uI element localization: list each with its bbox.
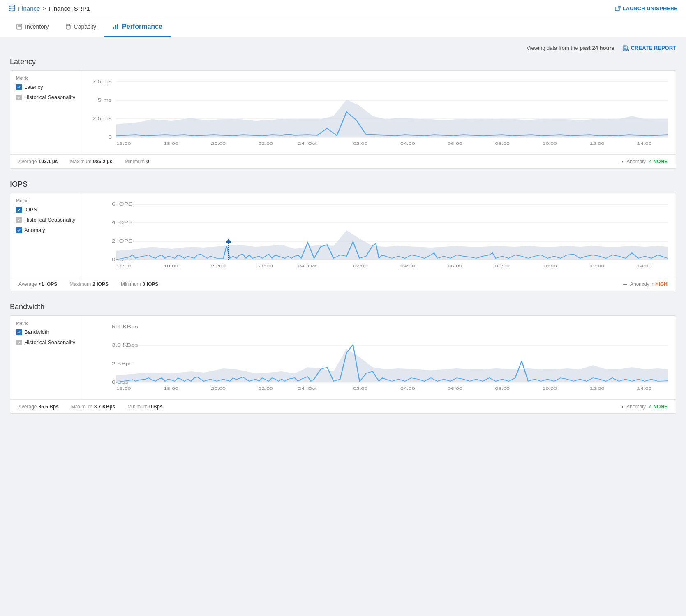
svg-text:10:00: 10:00	[543, 141, 557, 146]
svg-text:14:00: 14:00	[637, 387, 652, 391]
iops-metric-iops-label: IOPS	[24, 206, 37, 213]
breadcrumb-separator: >	[42, 5, 46, 12]
latency-maximum-val: 986.2 µs	[93, 159, 112, 164]
bandwidth-historical-checkbox[interactable]	[16, 340, 22, 345]
latency-metric-latency[interactable]: Latency	[16, 84, 76, 90]
svg-text:06:00: 06:00	[448, 264, 462, 269]
bandwidth-metric-historical[interactable]: Historical Seasonality	[16, 339, 76, 345]
latency-title: Latency	[10, 58, 676, 66]
create-report-label: CREATE REPORT	[631, 45, 676, 51]
tab-performance-label: Performance	[122, 23, 162, 30]
svg-text:02:00: 02:00	[353, 141, 368, 146]
iops-metric-anomaly-label: Anomaly	[24, 227, 45, 233]
svg-text:14:00: 14:00	[637, 141, 652, 146]
bandwidth-anomaly-val: ✓ NONE	[648, 404, 668, 410]
tab-capacity-label: Capacity	[74, 23, 96, 30]
toolbar-row: Viewing data from the past 24 hours CREA…	[10, 45, 676, 51]
viewing-text: Viewing data from the past 24 hours	[527, 45, 614, 51]
svg-text:16:00: 16:00	[116, 264, 131, 269]
bandwidth-chart-card: Metric Bandwidth Historical Seasonality	[10, 315, 676, 414]
svg-text:06:00: 06:00	[448, 141, 462, 146]
svg-text:0: 0	[108, 135, 112, 139]
svg-text:16:00: 16:00	[116, 387, 131, 391]
tab-inventory[interactable]: Inventory	[8, 17, 57, 37]
iops-metric-historical-label: Historical Seasonality	[24, 217, 75, 223]
bandwidth-average-val: 85.6 Bps	[38, 404, 58, 410]
tab-capacity[interactable]: Capacity	[57, 17, 104, 37]
svg-text:18:00: 18:00	[164, 387, 178, 391]
breadcrumb-parent[interactable]: Finance	[18, 5, 40, 12]
latency-section: Latency Metric Latency Histori	[10, 58, 676, 169]
iops-historical-checkbox[interactable]	[16, 217, 22, 223]
latency-checkbox[interactable]	[16, 84, 22, 90]
bandwidth-minimum-stat: Minimum 0 Bps	[127, 404, 162, 410]
bandwidth-checkbox[interactable]	[16, 329, 22, 335]
launch-unisphere-button[interactable]: LAUNCH UNISPHERE	[615, 5, 678, 12]
svg-text:04:00: 04:00	[400, 141, 415, 146]
main-content: Viewing data from the past 24 hours CREA…	[0, 37, 686, 433]
svg-text:04:00: 04:00	[400, 264, 415, 269]
latency-chart-card: Metric Latency Historical Seasonality	[10, 70, 676, 169]
iops-anomaly-label: Anomaly	[630, 281, 649, 287]
bandwidth-minimum-val: 0 Bps	[149, 404, 163, 410]
iops-checkbox[interactable]	[16, 207, 22, 213]
iops-minimum-label: Minimum	[121, 281, 141, 287]
svg-text:12:00: 12:00	[590, 387, 605, 391]
svg-point-6	[66, 24, 70, 26]
svg-text:12:00: 12:00	[590, 141, 605, 146]
iops-average-stat: Average <1 IOPS	[18, 281, 57, 287]
tabs-bar: Inventory Capacity Performance	[0, 17, 686, 37]
database-icon	[8, 4, 16, 13]
latency-metric-historical[interactable]: Historical Seasonality	[16, 94, 76, 100]
bandwidth-metric-bandwidth[interactable]: Bandwidth	[16, 329, 76, 335]
svg-point-60	[226, 240, 231, 243]
iops-metric-historical[interactable]: Historical Seasonality	[16, 217, 76, 223]
bandwidth-metrics-panel: Metric Bandwidth Historical Seasonality	[10, 316, 82, 399]
historical-seasonality-checkbox[interactable]	[16, 95, 22, 100]
tab-performance[interactable]: Performance	[104, 17, 171, 37]
iops-anomaly-checkbox[interactable]	[16, 227, 22, 233]
iops-chart-footer: Average <1 IOPS Maximum 2 IOPS Minimum 0…	[10, 277, 676, 291]
viewing-timeframe: past 24 hours	[580, 45, 614, 51]
iops-anomaly-section: → Anomaly ↑ HIGH	[622, 280, 668, 287]
svg-text:08:00: 08:00	[495, 387, 510, 391]
bandwidth-average-label: Average	[18, 404, 37, 410]
bandwidth-anomaly-arrow: →	[618, 403, 624, 410]
svg-text:18:00: 18:00	[164, 264, 178, 269]
svg-text:22:00: 22:00	[259, 264, 273, 269]
bandwidth-metric-col-label: Metric	[16, 321, 76, 326]
svg-marker-37	[116, 100, 668, 137]
svg-text:22:00: 22:00	[259, 387, 273, 391]
bandwidth-average-stat: Average 85.6 Bps	[18, 404, 59, 410]
bandwidth-maximum-stat: Maximum 3.7 KBps	[71, 404, 115, 410]
latency-anomaly-arrow: →	[618, 158, 624, 165]
latency-metric-historical-label: Historical Seasonality	[24, 94, 75, 100]
iops-average-val: <1 IOPS	[38, 281, 57, 287]
iops-metric-iops[interactable]: IOPS	[16, 206, 76, 213]
iops-minimum-stat: Minimum 0 IOPS	[121, 281, 158, 287]
bandwidth-chart-svg: 5.9 KBps 3.9 KBps 2 KBps 0 Bps 16:00 18:…	[87, 320, 671, 398]
svg-text:12:00: 12:00	[590, 264, 605, 269]
iops-metrics-panel: Metric IOPS Historical Seasonality	[10, 193, 82, 277]
latency-minimum-label: Minimum	[125, 159, 145, 164]
iops-metric-col-label: Metric	[16, 198, 76, 203]
svg-rect-9	[117, 24, 118, 29]
bandwidth-metric-historical-label: Historical Seasonality	[24, 339, 75, 345]
svg-text:06:00: 06:00	[448, 387, 462, 391]
breadcrumb-current: Finance_SRP1	[49, 5, 90, 12]
svg-text:14:00: 14:00	[637, 264, 652, 269]
svg-text:5 ms: 5 ms	[98, 98, 112, 102]
create-report-button[interactable]: CREATE REPORT	[623, 45, 676, 51]
iops-anomaly-arrow: →	[622, 280, 628, 287]
svg-point-0	[9, 5, 15, 7]
latency-average-stat: Average 193.1 µs	[18, 159, 58, 164]
iops-anomaly-val: ↑ HIGH	[651, 281, 668, 287]
iops-metric-anomaly[interactable]: Anomaly	[16, 227, 76, 233]
latency-average-val: 193.1 µs	[38, 159, 58, 164]
iops-minimum-val: 0 IOPS	[143, 281, 159, 287]
bandwidth-maximum-label: Maximum	[71, 404, 92, 410]
bandwidth-anomaly-label: Anomaly	[626, 404, 646, 410]
svg-text:02:00: 02:00	[353, 387, 368, 391]
latency-anomaly-section: → Anomaly ✓ NONE	[618, 158, 668, 165]
svg-text:24. Oct: 24. Oct	[298, 387, 317, 391]
